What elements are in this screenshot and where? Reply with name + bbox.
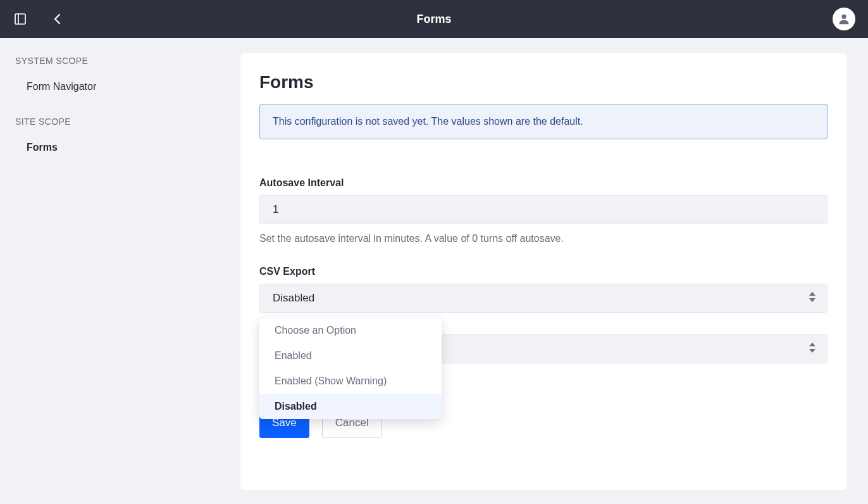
header-left <box>10 9 68 29</box>
sidebar-item-form-navigator[interactable]: Form Navigator <box>15 75 225 99</box>
app-header: Forms <box>0 0 868 38</box>
info-alert: This configuration is not saved yet. The… <box>259 104 828 139</box>
csv-export-select-wrap: Disabled Choose an Option Enabled Enable… <box>259 284 828 313</box>
dropdown-option-choose[interactable]: Choose an Option <box>259 318 442 343</box>
panel-toggle-icon[interactable] <box>10 9 30 29</box>
sidebar-item-forms[interactable]: Forms <box>15 135 225 160</box>
csv-export-selected-value: Disabled <box>273 292 314 305</box>
panel-title: Forms <box>259 72 828 92</box>
dropdown-option-disabled[interactable]: Disabled <box>259 394 442 419</box>
site-scope-label: SITE SCOPE <box>15 117 225 127</box>
dropdown-option-enabled-warning[interactable]: Enabled (Show Warning) <box>259 369 442 394</box>
avatar[interactable] <box>833 8 855 30</box>
csv-export-label: CSV Export <box>259 266 828 277</box>
autosave-field: Autosave Interval Set the autosave inter… <box>259 177 828 244</box>
csv-export-select[interactable]: Disabled <box>259 284 828 313</box>
back-icon[interactable] <box>48 9 68 29</box>
system-scope-group: SYSTEM SCOPE Form Navigator <box>15 56 225 99</box>
main-content: Forms This configuration is not saved ye… <box>240 38 868 504</box>
svg-rect-0 <box>15 14 25 24</box>
page-title: Forms <box>416 13 451 26</box>
system-scope-label: SYSTEM SCOPE <box>15 56 225 66</box>
autosave-help: Set the autosave interval in minutes. A … <box>259 233 828 244</box>
site-scope-group: SITE SCOPE Forms <box>15 117 225 160</box>
body: SYSTEM SCOPE Form Navigator SITE SCOPE F… <box>0 38 868 504</box>
settings-panel: Forms This configuration is not saved ye… <box>240 53 846 490</box>
sidebar: SYSTEM SCOPE Form Navigator SITE SCOPE F… <box>0 38 240 504</box>
csv-export-dropdown: Choose an Option Enabled Enabled (Show W… <box>259 318 442 419</box>
autosave-input[interactable] <box>259 195 828 224</box>
dropdown-option-enabled[interactable]: Enabled <box>259 343 442 369</box>
autosave-label: Autosave Interval <box>259 177 828 189</box>
svg-point-2 <box>841 15 846 19</box>
csv-export-field: CSV Export Disabled Choose an Option Ena… <box>259 266 828 313</box>
